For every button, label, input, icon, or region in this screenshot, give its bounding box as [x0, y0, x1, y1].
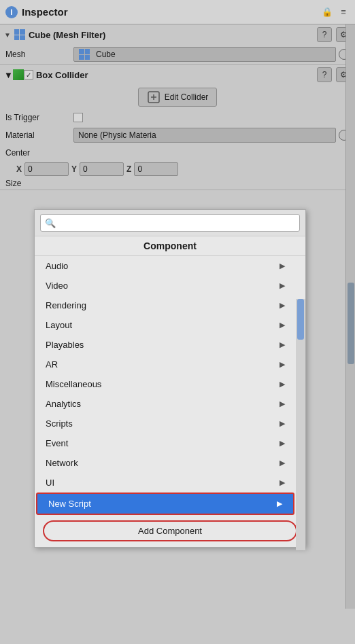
box-collider-header: ▼ Box Collider ? ⚙	[0, 65, 355, 85]
is-trigger-checkbox[interactable]	[73, 113, 83, 122]
center-z-label: Z	[126, 164, 131, 174]
center-label-row: Center	[0, 145, 355, 161]
center-x-input[interactable]: 0	[24, 162, 69, 176]
video-chevron-icon: ▶	[280, 281, 285, 290]
menu-item-playables-label: Playables	[46, 340, 84, 350]
menu-item-network[interactable]: Network ▶	[35, 453, 296, 473]
page-title: Inspector	[22, 6, 321, 18]
menu-item-miscellaneous-label: Miscellaneous	[46, 379, 101, 389]
size-label-row: Size	[0, 177, 355, 190]
box-collider-arrow[interactable]: ▼	[4, 70, 13, 80]
menu-item-ar-label: AR	[46, 359, 58, 370]
mesh-value-box[interactable]: Cube	[73, 47, 336, 62]
center-x-label: X	[16, 164, 22, 174]
add-component-button[interactable]: Add Component	[43, 520, 297, 541]
menu-item-audio[interactable]: Audio ▶	[35, 256, 296, 276]
menu-item-ui[interactable]: UI ▶	[35, 473, 296, 493]
edit-collider-row: Edit Collider	[0, 85, 355, 109]
menu-list-container: Audio ▶ Video ▶ Rendering ▶ Layout ▶ Pla…	[35, 256, 305, 515]
center-z-input[interactable]: 0	[134, 162, 178, 176]
menu-item-rendering[interactable]: Rendering ▶	[35, 296, 296, 315]
search-icon: 🔍	[45, 218, 56, 228]
menu-item-analytics[interactable]: Analytics ▶	[35, 394, 296, 414]
mesh-filter-header: ▼ Cube (Mesh Filter) ? ⚙	[0, 24, 355, 45]
mesh-field-row: Mesh Cube	[0, 45, 355, 64]
menu-item-miscellaneous[interactable]: Miscellaneous ▶	[35, 374, 296, 394]
box-collider-title: Box Collider	[36, 70, 317, 80]
material-value-text: None (Physic Materia	[78, 130, 156, 140]
box-collider-help-button[interactable]: ?	[317, 67, 332, 82]
edit-collider-label: Edit Collider	[165, 92, 209, 102]
is-trigger-row: Is Trigger	[0, 109, 355, 126]
menu-icon[interactable]: ≡	[337, 6, 350, 18]
menu-item-layout[interactable]: Layout ▶	[35, 315, 296, 335]
center-y-input[interactable]: 0	[80, 162, 124, 176]
menu-item-video[interactable]: Video ▶	[35, 276, 296, 296]
rendering-chevron-icon: ▶	[280, 301, 285, 310]
search-input[interactable]	[58, 218, 295, 228]
center-xyz-group: X 0 Y 0 Z 0	[16, 162, 350, 176]
menu-item-analytics-label: Analytics	[46, 399, 81, 409]
material-value-box[interactable]: None (Physic Materia	[73, 128, 336, 143]
menu-item-event[interactable]: Event ▶	[35, 433, 296, 453]
menu-item-ar[interactable]: AR ▶	[35, 355, 296, 374]
search-row: 🔍	[35, 210, 305, 236]
center-y-label: Y	[71, 164, 77, 174]
mesh-filter-title: Cube (Mesh Filter)	[29, 30, 317, 40]
mesh-filter-section: ▼ Cube (Mesh Filter) ? ⚙ Mesh Cube	[0, 24, 355, 65]
ar-chevron-icon: ▶	[280, 360, 285, 369]
material-label: Material	[5, 130, 73, 140]
box-collider-section: ▼ Box Collider ? ⚙ Edit Collider Is Trig…	[0, 65, 355, 190]
menu-item-scripts[interactable]: Scripts ▶	[35, 414, 296, 433]
miscellaneous-chevron-icon: ▶	[280, 380, 285, 389]
playables-chevron-icon: ▶	[280, 340, 285, 349]
menu-item-event-label: Event	[46, 438, 68, 448]
mesh-filter-icon	[14, 29, 26, 41]
menu-item-scripts-label: Scripts	[46, 418, 73, 429]
menu-item-video-label: Video	[46, 281, 68, 291]
inspector-title-bar: i Inspector 🔒 ≡	[0, 0, 355, 24]
layout-chevron-icon: ▶	[280, 321, 285, 329]
new-script-chevron-icon: ▶	[277, 499, 282, 508]
material-value: None (Physic Materia	[73, 128, 350, 143]
mesh-filter-help-button[interactable]: ?	[317, 27, 332, 42]
box-collider-enable-checkbox[interactable]	[24, 70, 33, 79]
menu-list: Audio ▶ Video ▶ Rendering ▶ Layout ▶ Pla…	[35, 256, 305, 515]
menu-item-audio-label: Audio	[46, 261, 68, 271]
analytics-chevron-icon: ▶	[280, 399, 285, 408]
center-xyz-row: X 0 Y 0 Z 0	[0, 161, 355, 177]
mesh-value-text: Cube	[96, 50, 116, 59]
dropdown-title: Component	[35, 236, 305, 256]
scripts-chevron-icon: ▶	[280, 419, 285, 428]
center-label: Center	[5, 148, 73, 158]
box-collider-icon	[13, 69, 24, 80]
lock-icon[interactable]: 🔒	[321, 6, 333, 18]
network-chevron-icon: ▶	[280, 459, 285, 467]
edit-collider-icon	[147, 90, 160, 104]
inspector-scrollbar[interactable]	[345, 24, 355, 609]
audio-chevron-icon: ▶	[280, 262, 285, 270]
new-script-label: New Script	[48, 499, 91, 509]
is-trigger-label: Is Trigger	[5, 113, 73, 122]
size-label: Size	[5, 179, 21, 188]
material-row: Material None (Physic Materia	[0, 126, 355, 145]
inspector-scrollbar-thumb[interactable]	[348, 283, 354, 364]
event-chevron-icon: ▶	[280, 439, 285, 448]
menu-item-network-label: Network	[46, 458, 78, 468]
menu-item-playables[interactable]: Playables ▶	[35, 335, 296, 355]
edit-collider-button[interactable]: Edit Collider	[138, 88, 218, 107]
mesh-filter-arrow[interactable]: ▼	[4, 31, 11, 39]
add-component-wrapper: Add Component	[35, 515, 305, 547]
menu-item-ui-label: UI	[46, 478, 54, 488]
ui-chevron-icon: ▶	[280, 478, 285, 487]
inspector-icon: i	[5, 6, 18, 18]
menu-item-rendering-label: Rendering	[46, 300, 86, 310]
mesh-field-label: Mesh	[5, 50, 73, 59]
menu-item-layout-label: Layout	[46, 320, 72, 330]
new-script-item[interactable]: New Script ▶	[36, 493, 294, 515]
dropdown-scrollbar-thumb[interactable]	[297, 299, 304, 340]
mesh-field-value: Cube	[73, 47, 350, 62]
is-trigger-value	[73, 113, 350, 122]
component-dropdown: 🔍 Component Audio ▶ Video ▶ Rendering ▶ …	[34, 209, 306, 548]
dropdown-scrollbar[interactable]	[296, 299, 305, 550]
